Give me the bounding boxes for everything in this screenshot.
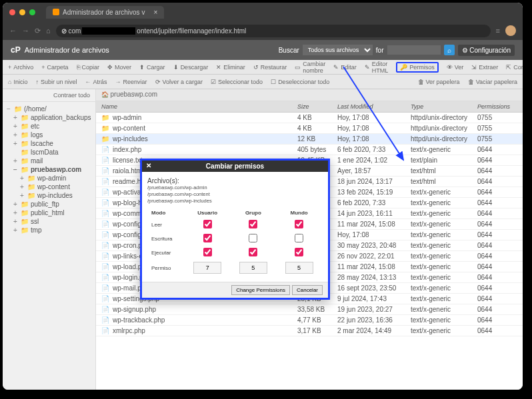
file-row[interactable]: 📄xmlrpc.php3,17 KB2 mar 2024, 14:49text/… (96, 326, 523, 336)
read-world-check[interactable] (295, 220, 303, 228)
close-icon[interactable]: ✕ (146, 162, 151, 169)
min-dot[interactable] (19, 9, 25, 15)
select-all-button[interactable]: ☑ Seleccionar todo (211, 79, 263, 85)
for-label: for (376, 47, 384, 54)
write-user-check[interactable] (203, 234, 212, 242)
url-input[interactable]: ⊘ comontend/jupiter/filemanager/index.ht… (56, 25, 491, 37)
tree-item[interactable]: +📁ssl (4, 217, 94, 226)
col-name[interactable]: Name (101, 103, 297, 110)
tree-item[interactable]: +📁logs (4, 131, 94, 139)
col-type[interactable]: Type (411, 103, 477, 110)
perm-user-input[interactable] (193, 262, 221, 274)
nav-toolbar: ⌂ Inicio ↑ Subir un nivel ← Atrás → Reen… (3, 75, 523, 89)
exec-world-check[interactable] (295, 248, 303, 256)
compress-button[interactable]: ⇱ Comprimir (506, 64, 523, 71)
copy-button[interactable]: ⎘ Copiar (77, 64, 100, 71)
tree-item[interactable]: +📁public_html (4, 208, 94, 217)
exec-group-check[interactable] (249, 248, 257, 256)
col-mode: Modo (149, 208, 184, 217)
read-user-check[interactable] (203, 220, 212, 228)
permissions-button[interactable]: 🔑 Permisos (396, 62, 439, 73)
perm-group-input[interactable] (239, 262, 267, 274)
col-modified[interactable]: Last Modified (337, 103, 411, 110)
close-icon[interactable]: × (153, 9, 157, 16)
read-group-check[interactable] (249, 220, 257, 228)
file-row[interactable]: 📄wp-trackback.php4,77 KB22 jun 2023, 16:… (96, 315, 523, 326)
close-dot[interactable] (9, 9, 15, 15)
file-row[interactable]: 📁wp-content4 KBHoy, 17:08httpd/unix-dire… (96, 123, 523, 134)
browser-tab[interactable]: Administrador de archivos v× (46, 6, 164, 19)
tree-item[interactable]: +📁lscache (4, 139, 94, 148)
forward-button[interactable]: → Reenviar (115, 79, 147, 85)
tree-item[interactable]: 📁lscmData (4, 148, 94, 157)
tree-item[interactable]: +📁wp-content (4, 183, 94, 191)
tree-item[interactable]: +📁wp-includes (4, 191, 94, 200)
tree-item[interactable]: +📁public_ftp (4, 200, 94, 208)
download-button[interactable]: ⬇ Descargar (173, 64, 209, 71)
permissions-dialog: ✕Cambiar permisos Archivo(s): /pruebaswp… (140, 159, 330, 300)
row-perm: Permiso (149, 260, 184, 275)
tree-item[interactable]: +📁tmp (4, 226, 94, 234)
table-header: Name Size Last Modified Type Permissions (96, 101, 523, 113)
cancel-button[interactable]: Cancelar (292, 285, 323, 295)
dialog-title: ✕Cambiar permisos (142, 161, 328, 172)
html-editor-button[interactable]: ✎ Editor HTML (365, 61, 389, 74)
home-button[interactable]: ⌂ Inicio (8, 79, 27, 85)
col-perms[interactable]: Permissions (477, 103, 517, 110)
max-dot[interactable] (29, 9, 35, 15)
edit-button[interactable]: ✎ Editar (333, 64, 357, 71)
new-file-button[interactable]: + Archivo (8, 64, 33, 71)
back-icon[interactable]: ← (9, 27, 17, 35)
tab-favicon (53, 9, 59, 15)
back-button[interactable]: ← Atrás (85, 79, 107, 85)
folder-tree: Contraer todo −📁(/home/+📁application_bac… (3, 89, 96, 390)
forward-icon[interactable]: → (22, 27, 29, 35)
view-button[interactable]: 👁 Ver (447, 64, 464, 71)
collapse-all[interactable]: Contraer todo (3, 89, 95, 102)
file-row[interactable]: 📄index.php405 bytes6 feb 2020, 7:33text/… (96, 145, 523, 155)
file-row[interactable]: 📄wp-signup.php33,58 KB19 jun 2023, 20:27… (96, 304, 523, 315)
menu-icon[interactable]: ≡ (496, 27, 500, 35)
tree-item[interactable]: +📁mail (4, 157, 94, 165)
write-world-check[interactable] (295, 234, 303, 242)
empty-trash-button[interactable]: 🗑 Vaciar papelera (468, 79, 517, 85)
move-button[interactable]: ✥ Mover (107, 64, 131, 71)
new-folder-button[interactable]: + Carpeta (41, 64, 68, 71)
delete-button[interactable]: ✕ Eliminar (216, 64, 245, 71)
view-trash-button[interactable]: 🗑 Ver papelera (418, 79, 460, 85)
home-icon[interactable]: ⌂ (46, 27, 51, 35)
tree-item[interactable]: −📁(/home/ (4, 105, 94, 113)
extract-button[interactable]: ⇲ Extraer (471, 64, 498, 71)
restore-button[interactable]: ↺ Restaurar (253, 64, 287, 71)
col-user: Usuario (185, 208, 230, 217)
col-group: Grupo (231, 208, 276, 217)
row-write: Escritura (149, 232, 184, 245)
col-world: Mundo (277, 208, 321, 217)
tree-item[interactable]: +📁etc (4, 122, 94, 131)
breadcrumb[interactable]: 🏠 pruebaswp.com (96, 89, 523, 101)
tree-item[interactable]: +📁application_backups (4, 113, 94, 122)
search-scope-select[interactable]: Todos sus archivos (303, 45, 373, 55)
tree-item[interactable]: +📁wp-admin (4, 174, 94, 183)
up-level-button[interactable]: ↑ Subir un nivel (35, 79, 77, 85)
search-button[interactable]: ⌕ (444, 45, 455, 55)
col-size[interactable]: Size (297, 103, 337, 110)
avatar[interactable] (505, 25, 516, 36)
config-button[interactable]: ⚙ Configuración (458, 45, 515, 56)
file-row[interactable]: 📁wp-admin4 KBHoy, 17:08httpd/unix-direct… (96, 113, 523, 123)
write-group-check[interactable] (249, 234, 257, 242)
search-label: Buscar (279, 47, 299, 54)
deselect-button[interactable]: ☐ Deseleccionar todo (271, 79, 329, 85)
perm-world-input[interactable] (285, 262, 313, 274)
change-permissions-button[interactable]: Change Permissions (231, 285, 290, 295)
row-read: Leer (149, 218, 184, 231)
rename-button[interactable]: ▭ Cambiar nombre (295, 61, 325, 74)
permissions-table: ModoUsuarioGrupoMundo Leer Escritura Eje… (147, 207, 323, 276)
tree-item[interactable]: −📁pruebaswp.com (4, 165, 94, 174)
reload-button[interactable]: ⟳ Volver a cargar (155, 79, 203, 85)
reload-icon[interactable]: ⟳ (35, 27, 41, 35)
search-input[interactable] (387, 45, 441, 55)
file-row[interactable]: 📁wp-includes12 KBHoy, 17:08httpd/unix-di… (96, 134, 523, 145)
exec-user-check[interactable] (203, 248, 212, 256)
upload-button[interactable]: ⬆ Cargar (139, 64, 165, 71)
